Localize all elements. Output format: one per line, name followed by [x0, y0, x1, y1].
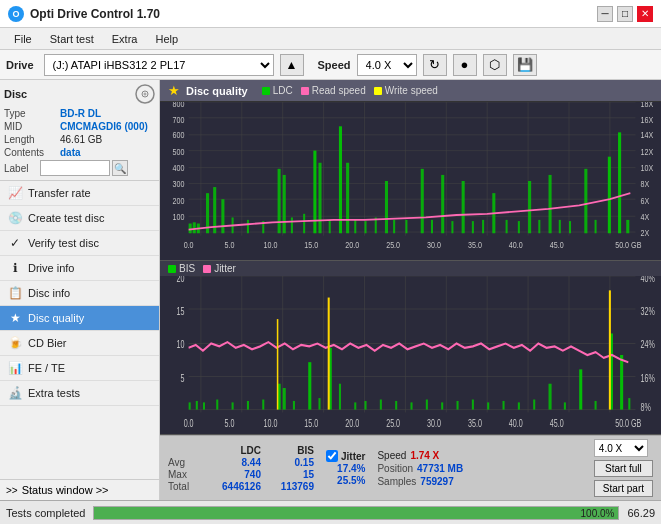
svg-text:25.0: 25.0 [386, 240, 400, 250]
svg-text:40.0: 40.0 [509, 418, 523, 430]
svg-rect-145 [487, 402, 489, 409]
sidebar-item-label: Extra tests [28, 387, 80, 399]
svg-rect-64 [405, 220, 407, 233]
contents-value: data [60, 147, 81, 158]
drive-info-icon: ℹ [8, 261, 22, 275]
progress-bar: 100.0% [93, 506, 619, 520]
sidebar-item-drive-info[interactable]: ℹ Drive info [0, 256, 159, 281]
app-logo: O [8, 6, 24, 22]
svg-rect-140 [411, 402, 413, 409]
time-label: 66.29 [627, 507, 655, 519]
svg-text:40.0: 40.0 [509, 240, 523, 250]
sidebar-item-transfer-rate[interactable]: 📈 Transfer rate [0, 181, 159, 206]
status-window-button[interactable]: >> Status window >> [0, 479, 159, 500]
svg-rect-137 [364, 401, 366, 410]
speed-static-label: Speed [377, 450, 406, 461]
titlebar-left: O Opti Drive Control 1.70 [8, 6, 160, 22]
bottom-bar: Tests completed 100.0% 66.29 [0, 500, 661, 524]
sidebar-item-cd-bier[interactable]: 🍺 CD Bier [0, 331, 159, 356]
avg-label: Avg [168, 457, 198, 468]
sidebar-item-label: CD Bier [28, 337, 67, 349]
svg-rect-139 [395, 401, 397, 410]
minimize-button[interactable]: ─ [597, 6, 613, 22]
sidebar-item-label: Disc quality [28, 312, 84, 324]
svg-text:50.0 GB: 50.0 GB [615, 418, 641, 430]
svg-text:35.0: 35.0 [468, 418, 482, 430]
stats-table: LDC BIS Avg 8.44 0.15 Max 740 15 Total [168, 445, 314, 492]
contents-label: Contents [4, 147, 56, 158]
sidebar-item-verify-test-disc[interactable]: ✓ Verify test disc [0, 231, 159, 256]
svg-text:6X: 6X [641, 197, 650, 207]
read-speed-color [301, 87, 309, 95]
svg-text:700: 700 [173, 115, 186, 125]
svg-rect-74 [518, 221, 520, 233]
svg-rect-70 [472, 221, 474, 233]
svg-rect-66 [431, 220, 433, 233]
samples-value: 759297 [420, 476, 453, 487]
svg-rect-46 [221, 199, 224, 233]
start-full-button[interactable]: Start full [594, 460, 653, 477]
menu-file[interactable]: File [6, 31, 40, 47]
svg-rect-154 [620, 355, 623, 410]
sidebar-item-disc-quality[interactable]: ★ Disc quality [0, 306, 159, 331]
legend-ldc: LDC [262, 85, 293, 96]
sidebar-item-fe-te[interactable]: 📊 FE / TE [0, 356, 159, 381]
bis-header: BIS [269, 445, 314, 456]
position-label: Position [377, 463, 413, 474]
eject-button[interactable]: ▲ [280, 54, 304, 76]
mid-label: MID [4, 121, 56, 132]
jitter-section: Jitter 17.4% 25.5% [326, 450, 365, 486]
speed-value: 1.74 X [410, 450, 439, 461]
svg-rect-127 [247, 401, 249, 410]
svg-rect-59 [354, 220, 356, 233]
svg-text:10.0: 10.0 [263, 418, 277, 430]
drive-select[interactable]: (J:) ATAPI iHBS312 2 PL17 [44, 54, 274, 76]
svg-text:20.0: 20.0 [345, 418, 359, 430]
svg-rect-130 [283, 388, 286, 410]
label-search-button[interactable]: 🔍 [112, 160, 128, 176]
label-input[interactable] [40, 160, 110, 176]
disc-button[interactable]: ⬡ [483, 54, 507, 76]
svg-text:5.0: 5.0 [225, 240, 236, 250]
menu-help[interactable]: Help [147, 31, 186, 47]
sidebar-item-create-test-disc[interactable]: 💿 Create test disc [0, 206, 159, 231]
svg-text:30.0: 30.0 [427, 418, 441, 430]
speed-select[interactable]: 4.0 X [357, 54, 417, 76]
fe-te-icon: 📊 [8, 361, 22, 375]
svg-text:8%: 8% [641, 402, 652, 414]
length-value: 46.61 GB [60, 134, 102, 145]
svg-text:32%: 32% [641, 306, 656, 318]
max-ldc: 740 [206, 469, 261, 480]
svg-rect-149 [549, 384, 552, 410]
svg-rect-69 [462, 181, 465, 233]
stats-speed-select[interactable]: 4.0 X [594, 439, 648, 457]
jitter-checkbox[interactable] [326, 450, 338, 462]
sidebar-item-extra-tests[interactable]: 🔬 Extra tests [0, 381, 159, 406]
maximize-button[interactable]: □ [617, 6, 633, 22]
total-bis: 113769 [269, 481, 314, 492]
svg-text:5.0: 5.0 [225, 418, 235, 430]
disc-panel-title: Disc [4, 88, 27, 100]
svg-rect-124 [203, 402, 205, 409]
sidebar-item-disc-info[interactable]: 📋 Disc info [0, 281, 159, 306]
svg-rect-55 [318, 163, 321, 233]
total-label: Total [168, 481, 198, 492]
close-button[interactable]: ✕ [637, 6, 653, 22]
menu-start-test[interactable]: Start test [42, 31, 102, 47]
svg-text:20: 20 [177, 276, 185, 284]
svg-text:100: 100 [173, 212, 186, 222]
start-part-button[interactable]: Start part [594, 480, 653, 497]
svg-rect-83 [618, 132, 621, 233]
legend-write-speed: Write speed [374, 85, 438, 96]
svg-text:15: 15 [177, 306, 185, 318]
svg-rect-146 [503, 401, 505, 410]
svg-text:40%: 40% [641, 276, 656, 284]
menu-extra[interactable]: Extra [104, 31, 146, 47]
svg-rect-75 [528, 181, 531, 233]
record-button[interactable]: ● [453, 54, 477, 76]
chart2-svg: 20 15 10 5 40% 32% 24% 16% 8% [160, 276, 661, 434]
save-button[interactable]: 💾 [513, 54, 537, 76]
svg-text:15.0: 15.0 [304, 418, 318, 430]
refresh-button[interactable]: ↻ [423, 54, 447, 76]
svg-text:300: 300 [173, 180, 186, 190]
